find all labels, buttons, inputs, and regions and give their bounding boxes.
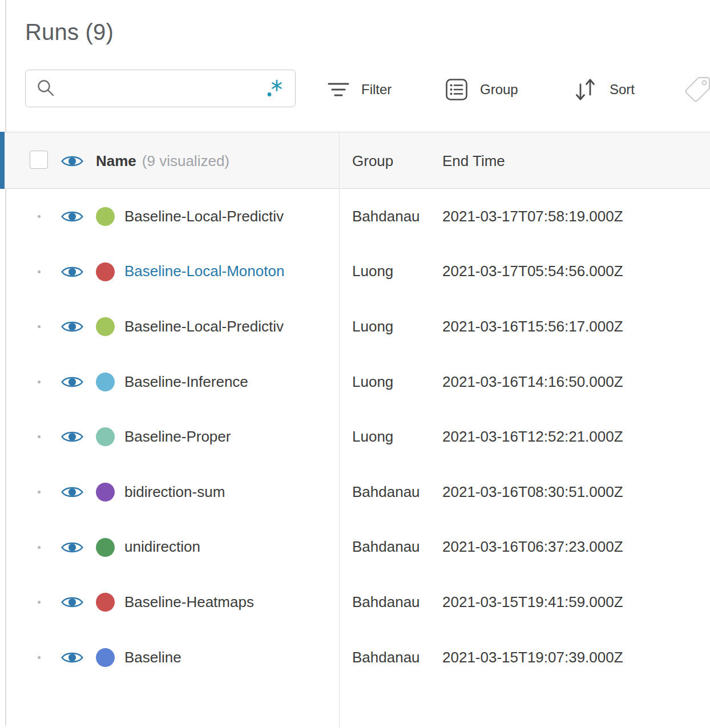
tag-icon[interactable] [683,75,710,104]
table-row: Baseline-Local-Monoton Luong 2021-03-17T… [0,244,710,300]
visibility-eye-icon[interactable] [60,484,84,500]
filter-button-label: Filter [361,82,392,98]
drag-handle-dot[interactable] [38,656,41,659]
visualized-count-label: (9 visualized) [142,152,229,170]
filter-button[interactable]: Filter [328,76,392,103]
group-button-label: Group [480,82,518,98]
drag-handle-dot[interactable] [38,491,41,494]
run-end-time: 2021-03-16T08:30:51.000Z [442,464,623,520]
table-row: Baseline-Proper Luong 2021-03-16T12:52:2… [0,409,710,464]
drag-handle-dot[interactable] [38,435,41,438]
run-group: Bahdanau [352,575,420,630]
run-group: Bahdanau [352,630,420,685]
run-name[interactable]: bidirection-sum [124,464,225,520]
run-end-time: 2021-03-17T07:58:19.000Z [442,189,623,244]
drag-handle-dot[interactable] [38,325,41,328]
run-name[interactable]: Baseline-Local-Predictiv [124,189,284,244]
run-end-time: 2021-03-16T15:56:17.000Z [442,299,623,354]
search-input[interactable] [25,70,296,107]
name-header-label: Name [96,152,136,170]
run-end-time: 2021-03-17T05:54:56.000Z [442,244,623,300]
run-group: Bahdanau [352,520,420,575]
table-row: Baseline-Local-Predictiv Bahdanau 2021-0… [0,189,710,244]
runs-panel: Runs (9) [0,0,710,728]
group-button[interactable]: Group [445,76,518,103]
select-all-checkbox[interactable] [30,151,48,169]
run-color-dot[interactable] [96,427,115,446]
visibility-eye-icon[interactable] [60,650,84,665]
column-header-name[interactable]: Name (9 visualized) [96,132,229,189]
run-name[interactable]: Baseline-Proper [124,409,231,464]
drag-handle-dot[interactable] [38,601,41,604]
run-group: Bahdanau [352,464,420,520]
run-end-time: 2021-03-16T14:16:50.000Z [442,354,623,410]
group-icon [445,78,468,101]
run-group: Bahdanau [352,189,420,244]
column-header-end-time[interactable]: End Time [442,132,505,189]
run-name[interactable]: Baseline [124,630,181,685]
table-row: Baseline-Heatmaps Bahdanau 2021-03-15T19… [0,575,710,630]
run-group: Luong [352,299,393,354]
run-color-dot[interactable] [96,483,115,501]
table-row: Baseline Bahdanau 2021-03-15T19:07:39.00… [0,630,710,685]
run-color-dot[interactable] [96,538,115,557]
regex-icon[interactable] [265,79,283,98]
search-box [25,70,296,107]
search-icon [37,79,56,98]
run-color-dot[interactable] [96,207,115,226]
column-header-group[interactable]: Group [352,132,393,189]
run-color-dot[interactable] [96,317,115,336]
run-name[interactable]: Baseline-Heatmaps [124,575,254,630]
run-name[interactable]: unidirection [124,520,200,575]
run-end-time: 2021-03-16T06:37:23.000Z [442,520,623,575]
run-group: Luong [352,244,393,300]
run-color-dot[interactable] [96,593,115,612]
run-group: Luong [352,354,393,410]
run-color-dot[interactable] [96,373,115,391]
run-group: Luong [352,409,393,464]
drag-handle-dot[interactable] [38,381,41,383]
visibility-eye-icon[interactable] [60,594,84,610]
sort-button[interactable]: Sort [572,76,635,103]
page-title: Runs (9) [25,19,114,45]
run-color-dot[interactable] [96,648,115,667]
run-end-time: 2021-03-15T19:41:59.000Z [442,575,623,630]
column-divider[interactable] [339,132,340,728]
sort-icon [572,78,598,102]
visibility-eye-icon[interactable] [60,374,84,390]
table-row: Baseline-Local-Predictiv Luong 2021-03-1… [0,299,710,354]
run-name[interactable]: Baseline-Local-Monoton [124,244,284,300]
table-row: bidirection-sum Bahdanau 2021-03-16T08:3… [0,464,710,520]
run-color-dot[interactable] [96,262,115,281]
table-row: Baseline-Inference Luong 2021-03-16T14:1… [0,354,710,410]
runs-table-body: Baseline-Local-Predictiv Bahdanau 2021-0… [0,189,710,685]
visibility-eye-icon[interactable] [60,209,84,224]
drag-handle-dot[interactable] [38,215,41,218]
sort-button-label: Sort [610,82,635,98]
drag-handle-dot[interactable] [38,270,41,273]
visibility-eye-icon[interactable] [60,429,84,444]
drag-handle-dot[interactable] [38,546,41,549]
table-header: Name (9 visualized) Group End Time [0,132,710,189]
run-end-time: 2021-03-15T19:07:39.000Z [442,630,623,685]
filter-icon [328,80,349,99]
visibility-eye-icon[interactable] [60,264,84,280]
run-name[interactable]: Baseline-Local-Predictiv [124,299,284,354]
header-accent-bar [0,132,5,189]
run-name[interactable]: Baseline-Inference [124,354,248,410]
visibility-eye-icon[interactable] [60,540,84,555]
visibility-all-eye-icon[interactable] [60,153,84,169]
visibility-eye-icon[interactable] [60,319,84,334]
table-row: unidirection Bahdanau 2021-03-16T06:37:2… [0,520,710,575]
run-end-time: 2021-03-16T12:52:21.000Z [442,409,623,464]
